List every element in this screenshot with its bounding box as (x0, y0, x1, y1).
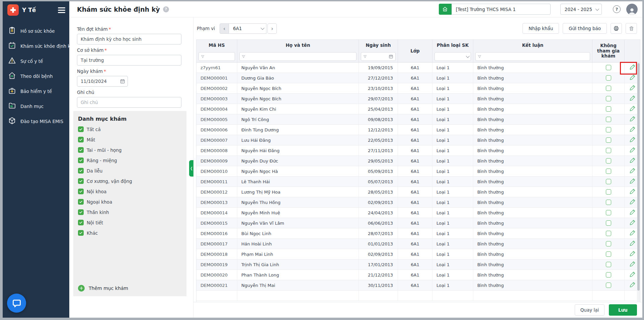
exam-category-checkbox-9[interactable]: Thần kinh (78, 209, 182, 215)
health-type-cell: Loại 1 (432, 63, 473, 73)
student-row: DEMO00010Nguyễn Ngọc Hà05/09/20136A1Loại… (196, 166, 640, 177)
col-header-conclusion: Kết luận (473, 40, 592, 51)
back-button[interactable]: Quay lại (575, 304, 605, 316)
class-cell: 6A1 (398, 208, 432, 218)
birth-date-cell: 02/09/2013 (359, 197, 398, 207)
participation-checkbox[interactable] (606, 179, 611, 184)
exam-category-checkbox-7[interactable]: Nội khoa (78, 189, 182, 194)
health-type-cell: Loại 1 (432, 197, 473, 207)
health-type-cell: Loại 1 (432, 218, 473, 228)
participation-checkbox[interactable] (606, 75, 611, 81)
health-type-cell: Loại 1 (432, 145, 473, 155)
exam-category-checkbox-1[interactable]: Tất cả (78, 126, 182, 132)
birth-date-cell: 05/07/2013 (359, 177, 398, 187)
participation-checkbox[interactable] (606, 117, 611, 122)
participation-checkbox[interactable] (606, 231, 611, 236)
student-id-cell: DEMO00009 (196, 156, 237, 166)
exam-category-checkbox-6[interactable]: Cơ xương, vận động (78, 178, 182, 184)
participation-checkbox[interactable] (606, 189, 611, 195)
scope-value: 6A1 (233, 26, 242, 31)
sidebar-item-label: Hồ sơ sức khỏe (20, 28, 55, 34)
sidebar-item-3[interactable]: Sự cố y tế (3, 54, 69, 69)
health-type-cell: Loại 1 (432, 166, 473, 176)
student-name-cell: Nguyễn Ngọc Bích (237, 83, 359, 93)
chat-bubble-button[interactable] (7, 294, 26, 313)
participation-checkbox[interactable] (606, 169, 611, 174)
school-selector[interactable]: [Test] Trường THCS MISA 1 (452, 4, 551, 15)
filter-birth-date[interactable] (361, 52, 396, 61)
page-help-icon[interactable]: ? (163, 6, 169, 12)
participation-checkbox[interactable] (606, 127, 611, 132)
participation-checkbox[interactable] (606, 200, 611, 205)
menu-toggle-icon[interactable] (58, 6, 65, 14)
student-name-cell: Phạm Mai Linh (237, 249, 359, 259)
exam-category-panel: Danh mục khám Tất cảMắtTai - mũi - họngR… (73, 111, 186, 296)
student-id-cell: DEMO00014 (196, 208, 237, 218)
exam-category-checkbox-10[interactable]: Nội tiết (78, 220, 182, 225)
filter-student-id[interactable] (198, 52, 235, 61)
participation-checkbox[interactable] (606, 96, 611, 101)
filter-conclusion[interactable] (475, 52, 590, 61)
exam-category-checkbox-2[interactable]: Mắt (78, 137, 182, 142)
school-year-select[interactable]: 2024 - 2025 (560, 4, 602, 15)
student-id-cell: DEMO00003 (196, 94, 237, 104)
scope-select[interactable]: 6A1 (229, 23, 266, 34)
collapse-panel-button[interactable]: ❬ (189, 160, 194, 177)
participation-checkbox[interactable] (606, 65, 611, 70)
exam-category-checkbox-5[interactable]: Da liễu (78, 168, 182, 174)
avatar[interactable] (626, 4, 638, 15)
participation-checkbox[interactable] (606, 251, 611, 257)
sidebar-item-4[interactable]: Theo dõi bệnh (3, 69, 69, 84)
filter-full-name[interactable] (239, 52, 356, 61)
checked-checkbox-icon (78, 230, 84, 236)
participation-checkbox[interactable] (606, 148, 611, 153)
participation-checkbox[interactable] (606, 241, 611, 246)
campaign-input[interactable] (77, 34, 181, 44)
participation-checkbox[interactable] (606, 220, 611, 226)
conclusion-cell: Bình thường (473, 218, 592, 228)
save-button[interactable]: Lưu (609, 304, 637, 316)
checked-checkbox-icon (78, 189, 84, 194)
student-row: DEMO00005Ngô Trí Công09/08/20136A1Loại 1… (196, 114, 640, 125)
birth-date-cell: 30/11/2013 (359, 280, 398, 290)
import-button[interactable]: Nhập khẩu (522, 23, 559, 34)
participation-checkbox[interactable] (606, 210, 611, 215)
participation-checkbox[interactable] (606, 137, 611, 143)
conclusion-cell: Bình thường (473, 249, 592, 259)
participation-checkbox[interactable] (606, 283, 611, 288)
exam-date-input[interactable] (77, 76, 128, 87)
student-name-cell: Nguyễn Ngọc Bích (237, 94, 359, 104)
exam-category-checkbox-3[interactable]: Tai - mũi - họng (78, 147, 182, 153)
scope-prev-button[interactable]: ‹ (220, 23, 229, 34)
sidebar-item-1[interactable]: Hồ sơ sức khỏe (3, 23, 69, 38)
sidebar-item-5[interactable]: Bảo hiểm y tế (3, 84, 69, 99)
class-cell: 6A1 (398, 177, 432, 187)
participation-checkbox[interactable] (606, 158, 611, 164)
sidebar-item-7[interactable]: Đào tạo MISA EMIS (3, 114, 69, 129)
sidebar-item-6[interactable]: Danh mục (3, 99, 69, 114)
sidebar-item-2[interactable]: Khám sức khỏe định kỳ (3, 38, 69, 54)
exam-category-checkbox-8[interactable]: Ngoại khoa (78, 199, 182, 205)
participation-checkbox[interactable] (606, 106, 611, 112)
scrollbar-thumb[interactable] (637, 63, 640, 291)
participation-checkbox[interactable] (606, 272, 611, 278)
filter-health-type[interactable] (434, 52, 471, 61)
send-notification-button[interactable]: Gửi thông báo (563, 23, 607, 34)
class-cell: 6A1 (398, 135, 432, 145)
home-button[interactable] (439, 4, 452, 15)
sidebar-item-label: Bảo hiểm y tế (20, 89, 52, 94)
exam-category-checkbox-4[interactable]: Răng - miệng (78, 157, 182, 163)
scope-next-button[interactable]: › (267, 23, 277, 34)
facility-input[interactable] (77, 55, 181, 66)
help-icon[interactable]: ? (613, 5, 621, 13)
participation-checkbox[interactable] (606, 262, 611, 267)
vertical-scrollbar[interactable] (637, 63, 640, 302)
note-input[interactable] (77, 97, 181, 108)
exam-category-checkbox-11[interactable]: Khác (78, 230, 182, 236)
health-type-cell: Loại 1 (432, 187, 473, 197)
add-exam-item-button[interactable]: + Thêm mục khám (78, 285, 128, 292)
delete-button[interactable] (626, 23, 637, 34)
participation-checkbox[interactable] (606, 86, 611, 91)
birth-date-cell: 28/05/2013 (359, 187, 398, 197)
print-button[interactable] (611, 23, 622, 34)
